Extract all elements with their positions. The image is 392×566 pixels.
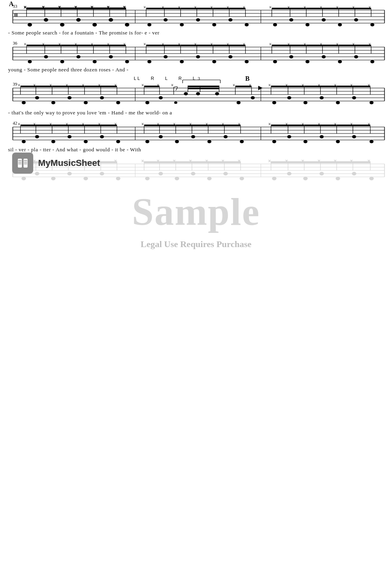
svg-rect-73	[306, 8, 339, 9]
svg-point-56	[196, 18, 200, 22]
section-b-label: B	[245, 75, 250, 82]
svg-rect-48	[146, 8, 181, 9]
svg-text:×: ×	[18, 121, 21, 127]
svg-text:𝄥: 𝄥	[15, 10, 17, 20]
svg-point-81	[354, 18, 358, 22]
svg-point-136	[196, 55, 200, 58]
svg-point-194	[68, 96, 72, 99]
svg-rect-218	[188, 88, 219, 89]
svg-text:×: ×	[144, 4, 146, 10]
svg-rect-324	[271, 125, 304, 126]
svg-point-250	[352, 96, 356, 99]
svg-text:×: ×	[269, 4, 272, 10]
svg-rect-130	[146, 45, 181, 46]
watermark-legal-text: Legal Use Requires Purchase	[141, 239, 252, 250]
svg-point-251	[370, 101, 374, 104]
svg-point-57	[229, 18, 233, 22]
svg-point-193	[51, 101, 56, 104]
svg-point-51	[148, 23, 152, 26]
svg-text:42: 42	[13, 121, 17, 125]
svg-point-308	[224, 135, 228, 138]
svg-point-162	[354, 55, 358, 58]
svg-point-410	[287, 172, 291, 175]
svg-point-110	[44, 55, 48, 58]
staff-row-1: A 33 𝄥	[4, 2, 388, 37]
svg-point-191	[22, 101, 26, 104]
svg-point-31	[44, 18, 48, 22]
svg-rect-50	[213, 8, 246, 9]
svg-rect-382	[144, 161, 176, 163]
lyrics-text-3: - that's the only way to prove you love …	[8, 110, 172, 116]
svg-point-367	[116, 177, 120, 180]
svg-point-330	[320, 135, 324, 138]
svg-point-414	[352, 172, 356, 175]
svg-point-195	[84, 101, 88, 104]
svg-text:►: ►	[257, 84, 264, 92]
svg-point-412	[320, 172, 324, 175]
svg-point-284	[100, 135, 104, 138]
svg-point-332	[352, 135, 356, 138]
svg-point-137	[212, 60, 216, 63]
svg-rect-131	[181, 45, 213, 46]
svg-rect-420	[18, 164, 21, 164]
svg-point-281	[51, 140, 56, 143]
svg-point-161	[338, 60, 342, 63]
svg-rect-302	[208, 125, 241, 126]
svg-rect-407	[304, 161, 337, 163]
svg-rect-419	[18, 162, 21, 163]
svg-point-386	[159, 172, 163, 175]
svg-rect-156	[339, 45, 371, 46]
svg-rect-421	[24, 160, 27, 161]
sticking-l1: L	[165, 76, 169, 81]
svg-point-111	[60, 60, 64, 63]
svg-point-204	[159, 96, 163, 99]
svg-point-30	[125, 23, 129, 26]
svg-point-285	[116, 140, 120, 143]
svg-point-391	[240, 177, 244, 180]
bottom-logo: MyMusicSheet	[12, 153, 100, 174]
svg-rect-202	[144, 86, 160, 87]
svg-rect-384	[208, 161, 241, 163]
svg-rect-300	[144, 125, 176, 126]
svg-point-389	[208, 177, 212, 180]
svg-point-213	[215, 92, 219, 95]
sticking-l2: L	[193, 76, 196, 81]
svg-point-115	[125, 60, 129, 63]
svg-point-280	[35, 135, 39, 138]
svg-rect-416	[18, 159, 22, 168]
svg-point-333	[370, 140, 374, 143]
sticking-r1: R	[151, 76, 155, 81]
lyrics-text-4: sil - ver - pla - tter - And what - good…	[8, 146, 141, 153]
staff-svg-row2: 36 × × × × × × ×	[4, 39, 388, 65]
svg-point-75	[273, 23, 277, 26]
svg-rect-417	[24, 159, 28, 168]
lyrics-text-1: - Some people search - for a fountain - …	[8, 30, 159, 36]
svg-point-385	[146, 177, 150, 180]
svg-rect-107	[61, 45, 94, 46]
svg-text:×: ×	[171, 82, 174, 88]
svg-point-225	[237, 101, 241, 104]
logo-text: MyMusicSheet	[38, 158, 100, 168]
sticking-ll: LL	[134, 76, 141, 81]
svg-rect-326	[337, 125, 371, 126]
svg-point-211	[184, 92, 188, 95]
svg-point-305	[175, 140, 179, 143]
svg-rect-24	[27, 8, 61, 9]
svg-rect-106	[27, 45, 61, 46]
svg-text:×: ×	[268, 121, 271, 127]
svg-rect-301	[176, 125, 208, 126]
svg-point-78	[371, 23, 375, 26]
svg-text:×: ×	[141, 121, 144, 127]
lyrics-row-2: young - Some people need three dozen ros…	[4, 65, 388, 74]
svg-text:39: 39	[13, 82, 18, 86]
svg-point-388	[191, 172, 195, 175]
svg-rect-188	[21, 86, 52, 87]
svg-point-409	[272, 177, 276, 180]
svg-point-29	[93, 23, 97, 26]
svg-text:×: ×	[233, 82, 236, 88]
staff-row-4: 42 × × × × × × ×	[4, 119, 388, 154]
svg-point-248	[320, 96, 324, 99]
svg-point-365	[84, 177, 88, 180]
svg-rect-224	[236, 86, 252, 87]
svg-point-247	[304, 101, 308, 104]
